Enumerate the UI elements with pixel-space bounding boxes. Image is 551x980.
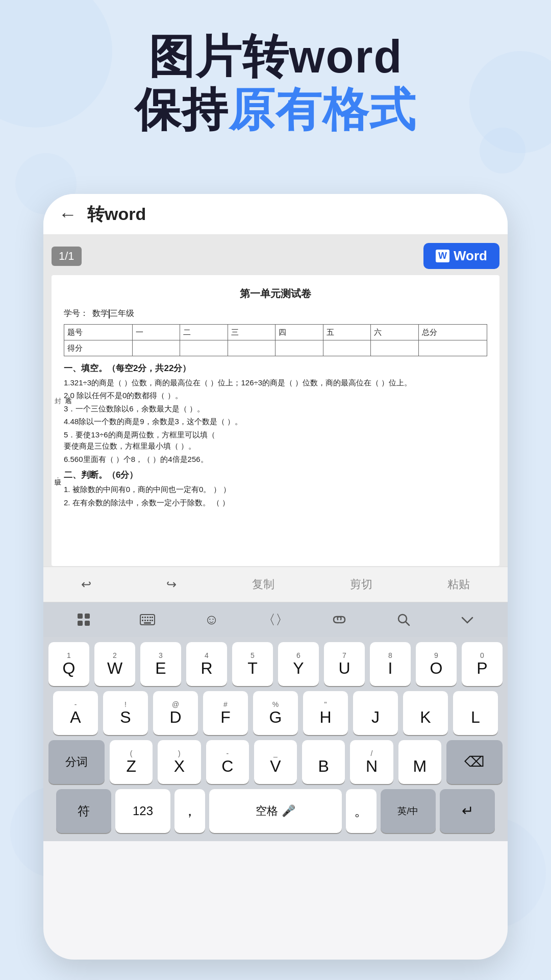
keyboard-rows: 1Q 2W 3E 4R 5T 6Y 7U 8I 9O 0P -A !S @D #… [43,637,508,841]
headline-prefix: 保持 [135,84,229,135]
kb-chevron-down-icon[interactable] [449,607,485,632]
undo-button[interactable]: ↩ [71,572,102,597]
table-data-cell [276,340,323,356]
key-period[interactable]: 。 [346,789,377,833]
key-H[interactable]: "H [303,691,348,735]
cut-button[interactable]: 剪切 [340,572,383,597]
back-button[interactable]: ← [59,204,77,225]
headline-line1: 图片转word [31,31,520,84]
table-header-cell: 四 [276,324,323,340]
key-U[interactable]: 7U [324,642,365,686]
doc-item: 2.0 除以任何不是0的数都得（ ）。 [64,390,487,402]
app-header: ← 转word [43,194,508,235]
key-W[interactable]: 2W [94,642,135,686]
key-O[interactable]: 9O [416,642,457,686]
svg-rect-9 [152,617,153,618]
key-F[interactable]: #F [203,691,248,735]
key-123[interactable]: 123 [115,789,170,833]
svg-rect-15 [144,622,151,624]
edit-toolbar: ↩ ↪ 复制 剪切 粘贴 [43,567,508,602]
svg-rect-14 [152,620,153,621]
key-N[interactable]: /N [350,740,393,784]
key-fenci[interactable]: 分词 [48,740,105,784]
key-M[interactable]: M [398,740,441,784]
key-X[interactable]: )X [158,740,201,784]
side-label-name: 姓名：封 [53,392,74,399]
key-R[interactable]: 4R [186,642,227,686]
table-header-cell: 六 [371,324,418,340]
doc-table: 题号 一 二 三 四 五 六 总分 得分 [64,324,487,356]
table-data-cell [180,340,228,356]
document-area: 1/1 W Word 第一单元测试卷 学号： 数学三年级 题号 一 二 三 四 … [43,235,508,567]
key-Y[interactable]: 6Y [278,642,319,686]
header-title: 转word [87,203,146,226]
key-E[interactable]: 3E [140,642,181,686]
phone-mockup: ← 转word 1/1 W Word 第一单元测试卷 学号： 数学三年级 题号 … [43,194,508,960]
table-header-cell: 二 [180,324,228,340]
svg-line-17 [406,622,409,625]
table-header-cell: 一 [133,324,180,340]
doc-item: 2. 在有余数的除法中，余数一定小于除数。 （ ） [64,497,487,509]
table-data-cell [228,340,275,356]
key-Q[interactable]: 1Q [48,642,89,686]
key-L[interactable]: L [453,691,498,735]
table-data-cell [371,340,418,356]
key-T[interactable]: 5T [232,642,273,686]
headline-area: 图片转word 保持原有格式 [0,31,551,136]
doc-item: 1. 被除数的中间有0，商的中间也一定有0。 ） ） [64,484,487,496]
svg-rect-3 [85,621,90,626]
svg-rect-6 [144,617,146,618]
key-J[interactable]: J [353,691,398,735]
doc-item: 3．一个三位数除以6，余数最大是（ ）。 [64,403,487,415]
svg-rect-8 [149,617,151,618]
document-page[interactable]: 第一单元测试卷 学号： 数学三年级 题号 一 二 三 四 五 六 总分 得分 [52,275,499,566]
section-heading-2: 二、判断。（6分） [64,468,487,482]
word-button[interactable]: W Word [423,243,499,269]
keyboard-toolbar: ☺ 〈〉 [43,602,508,637]
section-heading-1: 一、填空。（每空2分，共22分） [64,361,487,375]
doc-title: 第一单元测试卷 [64,285,487,302]
key-row-1: 1Q 2W 3E 4R 5T 6Y 7U 8I 9O 0P [48,642,503,686]
svg-rect-1 [85,614,90,619]
key-B[interactable]: B [302,740,345,784]
copy-button[interactable]: 复制 [242,572,285,597]
key-P[interactable]: 0P [462,642,503,686]
table-header-cell: 三 [228,324,275,340]
headline-blue: 原有格式 [229,84,416,135]
key-V[interactable]: _V [254,740,297,784]
table-header-cell: 题号 [64,324,133,340]
kb-keyboard-icon[interactable] [130,607,165,632]
key-Z[interactable]: (Z [110,740,153,784]
key-symbol[interactable]: 符 [56,789,111,833]
paste-button[interactable]: 粘贴 [437,572,480,597]
headline-line2: 保持原有格式 [31,84,520,137]
meta-value: 数学三年级 [92,307,134,320]
key-lang[interactable]: 英/中 [381,789,436,833]
page-indicator: 1/1 [52,247,82,266]
key-backspace[interactable]: ⌫ [446,740,503,784]
key-K[interactable]: K [403,691,448,735]
kb-search-icon[interactable] [386,607,421,632]
svg-rect-12 [147,620,148,621]
table-header-cell: 五 [323,324,370,340]
key-C[interactable]: -C [206,740,249,784]
key-return[interactable]: ↵ [440,789,495,833]
svg-rect-0 [78,614,83,619]
svg-rect-10 [142,620,143,621]
key-S[interactable]: !S [103,691,148,735]
key-I[interactable]: 8I [370,642,411,686]
side-label-class: 班级： [53,474,63,480]
kb-emoji-icon[interactable]: ☺ [194,607,230,632]
table-data-cell: 得分 [64,340,133,356]
kb-link-icon[interactable] [321,607,357,632]
doc-toolbar: 1/1 W Word [52,243,499,269]
key-comma[interactable]: ， [174,789,205,833]
key-row-3: 分词 (Z )X -C _V B /N M ⌫ [48,740,503,784]
redo-button[interactable]: ↪ [156,572,187,597]
key-D[interactable]: @D [153,691,198,735]
key-G[interactable]: %G [253,691,298,735]
key-space[interactable]: 空格 🎤 [209,789,342,833]
kb-code-icon[interactable]: 〈〉 [258,607,293,632]
key-A[interactable]: -A [53,691,98,735]
kb-grid-icon[interactable] [66,607,102,632]
